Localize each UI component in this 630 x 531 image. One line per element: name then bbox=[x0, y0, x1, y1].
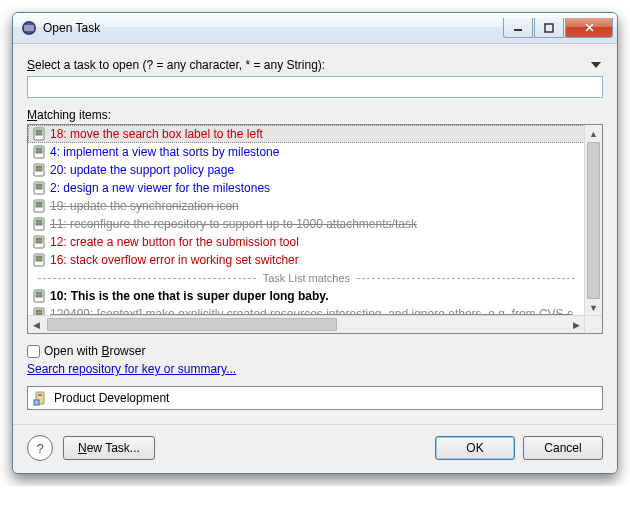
scroll-up-icon[interactable]: ▲ bbox=[585, 125, 602, 142]
maximize-button[interactable] bbox=[534, 18, 564, 38]
list-item[interactable]: 16: stack overflow error in working set … bbox=[28, 251, 585, 269]
list-item[interactable]: 4: implement a view that sorts by milest… bbox=[28, 143, 585, 161]
svg-rect-30 bbox=[36, 295, 42, 297]
svg-rect-6 bbox=[36, 133, 42, 135]
divider bbox=[13, 424, 617, 425]
svg-rect-14 bbox=[36, 184, 42, 186]
svg-rect-9 bbox=[36, 151, 42, 153]
svg-rect-18 bbox=[36, 205, 42, 207]
list-item-text: 2: design a new viewer for the milestone… bbox=[50, 181, 270, 195]
svg-rect-3 bbox=[545, 24, 553, 32]
scroll-thumb[interactable] bbox=[587, 142, 600, 299]
svg-rect-27 bbox=[36, 259, 42, 261]
list-item-text: 20: update the support policy page bbox=[50, 163, 234, 177]
task-icon bbox=[32, 217, 46, 231]
svg-rect-11 bbox=[36, 166, 42, 168]
svg-rect-20 bbox=[36, 220, 42, 222]
svg-rect-5 bbox=[36, 130, 42, 132]
titlebar[interactable]: Open Task bbox=[13, 13, 617, 44]
svg-rect-24 bbox=[36, 241, 42, 243]
list-item[interactable]: 10: This is the one that is super duper … bbox=[28, 287, 585, 305]
list-item[interactable]: 12: create a new button for the submissi… bbox=[28, 233, 585, 251]
scroll-left-icon[interactable]: ◀ bbox=[28, 316, 45, 333]
close-button[interactable] bbox=[565, 18, 613, 38]
scroll-down-icon[interactable]: ▼ bbox=[585, 299, 602, 316]
list-item[interactable]: 2: design a new viewer for the milestone… bbox=[28, 179, 585, 197]
list-item-text: 16: stack overflow error in working set … bbox=[50, 253, 299, 267]
svg-rect-12 bbox=[36, 169, 42, 171]
task-icon bbox=[32, 145, 46, 159]
view-menu-dropdown-icon[interactable] bbox=[591, 62, 601, 68]
horizontal-scrollbar[interactable]: ◀ ▶ bbox=[28, 315, 585, 333]
task-icon bbox=[32, 181, 46, 195]
list-item[interactable]: 19: update the synchronization icon bbox=[28, 197, 585, 215]
list-item-text: 11: reconfigure the repository to suppor… bbox=[50, 217, 417, 231]
list-item[interactable]: 11: reconfigure the repository to suppor… bbox=[28, 215, 585, 233]
task-icon bbox=[32, 253, 46, 267]
task-icon bbox=[32, 163, 46, 177]
svg-rect-36 bbox=[34, 400, 39, 405]
svg-rect-32 bbox=[36, 310, 42, 312]
search-repository-link[interactable]: Search repository for key or summary... bbox=[27, 362, 236, 376]
matching-items-list[interactable]: 18: move the search box label to the lef… bbox=[27, 124, 603, 334]
svg-rect-2 bbox=[514, 29, 522, 31]
scroll-corner bbox=[584, 315, 602, 333]
open-with-browser-label[interactable]: Open with Browser bbox=[44, 344, 145, 358]
list-item[interactable]: 20: update the support policy page bbox=[28, 161, 585, 179]
repository-icon bbox=[32, 390, 48, 406]
svg-rect-15 bbox=[36, 187, 42, 189]
task-icon bbox=[32, 235, 46, 249]
help-button[interactable]: ? bbox=[27, 435, 53, 461]
new-task-button[interactable]: New Task... bbox=[63, 436, 155, 460]
scroll-right-icon[interactable]: ▶ bbox=[568, 316, 585, 333]
task-icon bbox=[32, 289, 46, 303]
task-icon bbox=[32, 127, 46, 141]
svg-rect-35 bbox=[38, 394, 42, 396]
svg-rect-29 bbox=[36, 292, 42, 294]
vertical-scrollbar[interactable]: ▲ ▼ bbox=[584, 125, 602, 316]
list-item-text: 12: create a new button for the submissi… bbox=[50, 235, 299, 249]
list-item-text: 10: This is the one that is super duper … bbox=[50, 289, 328, 303]
list-item[interactable]: 18: move the search box label to the lef… bbox=[28, 125, 585, 143]
list-item-text: 18: move the search box label to the lef… bbox=[50, 127, 263, 141]
svg-rect-26 bbox=[36, 256, 42, 258]
cancel-button[interactable]: Cancel bbox=[523, 436, 603, 460]
list-separator: Task List matches bbox=[28, 269, 585, 287]
matching-items-label: Matching items: bbox=[27, 108, 603, 122]
open-with-browser-checkbox[interactable] bbox=[27, 345, 40, 358]
eclipse-icon bbox=[21, 20, 37, 36]
list-item-text: 19: update the synchronization icon bbox=[50, 199, 239, 213]
svg-rect-8 bbox=[36, 148, 42, 150]
hscroll-thumb[interactable] bbox=[47, 318, 337, 331]
search-input[interactable] bbox=[27, 76, 603, 98]
svg-rect-21 bbox=[36, 223, 42, 225]
status-text: Product Development bbox=[54, 391, 169, 405]
status-bar: Product Development bbox=[27, 386, 603, 410]
ok-button[interactable]: OK bbox=[435, 436, 515, 460]
prompt-label: Select a task to open (? = any character… bbox=[27, 58, 591, 72]
list-item-text: 4: implement a view that sorts by milest… bbox=[50, 145, 279, 159]
window-title: Open Task bbox=[43, 21, 503, 35]
task-icon bbox=[32, 199, 46, 213]
svg-rect-23 bbox=[36, 238, 42, 240]
dialog-window: Open Task Select a task to open (? = any… bbox=[12, 12, 618, 474]
svg-rect-17 bbox=[36, 202, 42, 204]
minimize-button[interactable] bbox=[503, 18, 533, 38]
